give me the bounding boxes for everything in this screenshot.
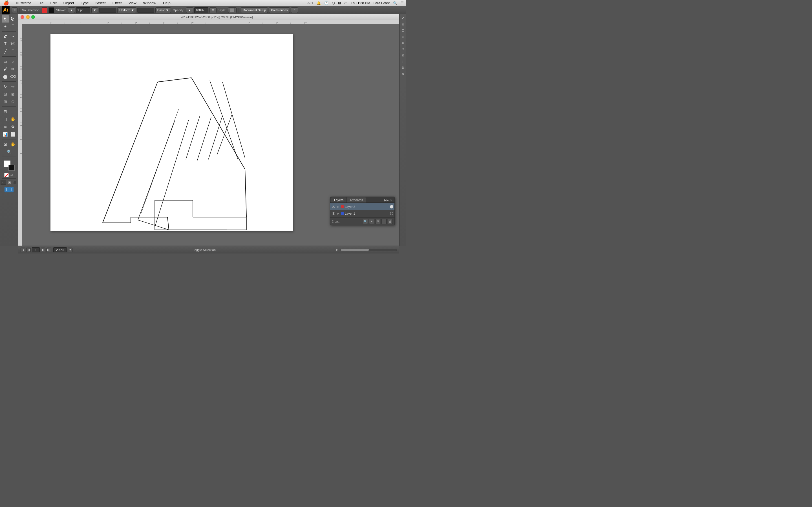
blob-brush-tool[interactable]: ⬤ [2, 73, 9, 80]
right-panel-btn-10[interactable]: ⊗ [400, 71, 406, 76]
menu-object[interactable]: Object [62, 0, 75, 6]
stroke-down-btn[interactable]: ▼ [91, 7, 98, 13]
menu-edit[interactable]: Edit [49, 0, 57, 6]
prev-page-btn[interactable]: ◀ [26, 247, 31, 252]
menu-window[interactable]: Window [142, 0, 157, 6]
menu-view[interactable]: View [128, 0, 138, 6]
new-layer-btn[interactable]: + [369, 219, 374, 224]
hand-tool[interactable]: ✋ [9, 140, 17, 148]
delete-layer-btn[interactable]: 🗑 [388, 219, 393, 224]
blend-tool[interactable]: ∞ [2, 123, 9, 130]
right-panel-btn-9[interactable]: ⊕ [400, 65, 406, 70]
tab-layers[interactable]: Layers [331, 198, 346, 203]
gradient-tool[interactable]: ◫ [2, 115, 9, 123]
no-fill-btn[interactable] [4, 173, 9, 177]
apple-menu[interactable]: 🍎 [2, 0, 10, 6]
menu-select[interactable]: Select [94, 0, 107, 6]
artboard-tool[interactable]: ⬜ [9, 131, 17, 138]
menu-search-icon[interactable]: 🔍 [393, 1, 397, 5]
rotate-tool[interactable]: ↻ [2, 83, 9, 90]
touch-type-tool[interactable]: Tⓣ [9, 40, 17, 48]
menu-type[interactable]: Type [80, 0, 90, 6]
menu-user[interactable]: Lara Grant [373, 1, 390, 5]
right-panel-btn-2[interactable]: ⊞ [400, 21, 406, 27]
opacity-input[interactable] [194, 7, 208, 13]
menu-help[interactable]: Help [162, 0, 172, 6]
eraser-tool[interactable]: ⌫ [9, 73, 17, 80]
opacity-down-btn[interactable]: ▼ [209, 7, 216, 13]
artboard-btn[interactable] [4, 187, 13, 192]
opacity-up-btn[interactable]: ▲ [186, 7, 193, 13]
zoom-tool[interactable]: 🔍 [5, 148, 13, 156]
layer-expand-arrow[interactable]: ▶ [337, 212, 340, 215]
layer-expand-arrow[interactable]: ▶ [337, 205, 340, 208]
stroke-style-dropdown[interactable]: Uniform ▼ [117, 7, 136, 13]
shape-builder-tool[interactable]: ⊕ [9, 98, 17, 105]
symbol-sprayer-tool[interactable]: ✿ [9, 123, 17, 130]
stroke-color-btn[interactable] [49, 7, 54, 13]
duplicate-layer-btn[interactable]: ⧉ [375, 219, 380, 224]
last-page-btn[interactable]: ▶| [47, 247, 51, 252]
window-maximize-btn[interactable] [31, 15, 35, 19]
tab-artboards[interactable]: Artboards [347, 198, 366, 203]
right-panel-btn-3[interactable]: ⊡ [400, 27, 406, 33]
window-close-btn[interactable] [20, 15, 24, 19]
width-tool[interactable]: ⊠ [9, 91, 17, 98]
zoom-down-btn[interactable]: ▼ [68, 247, 72, 252]
preferences-button[interactable]: Preferences [269, 7, 290, 13]
dash-style-dropdown[interactable]: Basic ▼ [155, 7, 171, 13]
curvature-tool[interactable]: ~ [9, 33, 17, 40]
normal-mode-btn[interactable]: □ [1, 180, 6, 185]
right-panel-btn-5[interactable]: ◈ [400, 40, 406, 46]
locate-object-btn[interactable]: 🔍 [363, 219, 368, 224]
eyedropper-tool[interactable]: ✋ [9, 115, 17, 123]
play-status-btn[interactable]: ▶ [336, 248, 338, 251]
free-transform-tool[interactable]: ⊞ [2, 98, 9, 105]
layer-visibility-btn[interactable] [331, 211, 336, 216]
slice-tool[interactable]: ⊠ [2, 140, 9, 148]
swap-fill-stroke-btn[interactable]: ⇄ [9, 173, 14, 177]
move-layer-btn[interactable]: ↕ [382, 219, 387, 224]
arc-tool[interactable]: ⌒ [9, 48, 17, 55]
toolbar-options-btn[interactable]: ⋮ [291, 7, 298, 13]
next-page-btn[interactable]: ▶ [41, 247, 45, 252]
magic-wand-tool[interactable]: ✦ [2, 23, 9, 30]
line-segment-tool[interactable]: ╱ [2, 48, 9, 55]
menu-illustrator[interactable]: Illustrator [15, 0, 32, 6]
right-panel-btn-6[interactable]: ⊙ [400, 46, 406, 52]
column-graph-tool[interactable]: 📊 [2, 131, 9, 138]
menu-notification-icon[interactable]: 🔔 [317, 1, 321, 5]
zoom-input[interactable] [53, 247, 67, 252]
direct-selection-tool[interactable] [9, 15, 17, 22]
menu-effect[interactable]: Effect [111, 0, 123, 6]
stroke-up-btn[interactable]: ▲ [68, 7, 75, 13]
window-minimize-btn[interactable] [26, 15, 30, 19]
selection-tool[interactable] [2, 15, 9, 22]
menu-file[interactable]: File [36, 0, 45, 6]
stroke-value-input[interactable] [76, 7, 90, 13]
right-panel-btn-4[interactable]: ≡ [400, 34, 406, 40]
rectangle-tool[interactable]: ▭ [2, 58, 9, 65]
layer-row[interactable]: ▶ Layer 2 [330, 203, 395, 210]
ellipse-tool[interactable]: ○ [9, 58, 17, 65]
mask-mode-btn[interactable]: ⬛ [12, 180, 17, 185]
fill-color-btn[interactable] [42, 7, 47, 13]
right-panel-btn-8[interactable]: ↕ [400, 59, 406, 64]
page-number-input[interactable] [32, 247, 40, 252]
panel-close-btn[interactable]: ✕ [389, 198, 393, 202]
fill-stroke-widget[interactable] [3, 159, 15, 172]
right-panel-btn-1[interactable]: ⤢ [400, 15, 406, 21]
pencil-tool[interactable]: ✏ [9, 65, 17, 73]
right-panel-btn-7[interactable]: ⊠ [400, 52, 406, 58]
first-page-btn[interactable]: |◀ [20, 247, 25, 252]
style-swatch[interactable] [228, 7, 237, 13]
fullscreen-mode-btn[interactable]: ▣ [7, 180, 12, 185]
pen-tool[interactable] [2, 33, 9, 40]
layer-visibility-btn[interactable] [331, 205, 336, 209]
type-tool[interactable]: T [2, 40, 9, 48]
scale-tool[interactable]: ⊡ [2, 91, 9, 98]
panel-expand-btn[interactable]: ▶▶ [385, 198, 389, 202]
layer-target-btn[interactable] [390, 212, 393, 215]
mesh-tool[interactable]: ⋮ [9, 108, 17, 115]
document-setup-button[interactable]: Document Setup [241, 7, 268, 13]
